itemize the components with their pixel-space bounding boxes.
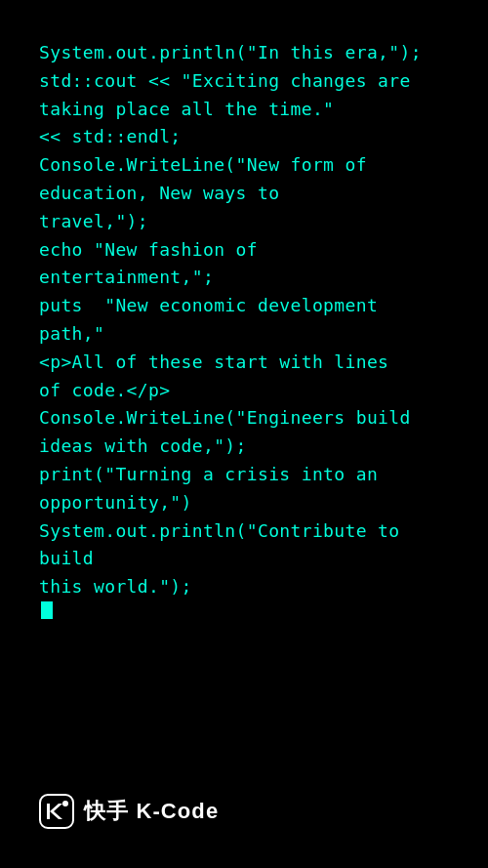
svg-point-3 bbox=[62, 801, 68, 806]
code-block: System.out.println("In this era,"); std:… bbox=[39, 39, 449, 619]
kuaishou-logo-icon bbox=[39, 794, 74, 829]
cursor-blink bbox=[41, 601, 53, 619]
code-text: System.out.println("In this era,"); std:… bbox=[39, 39, 449, 601]
svg-marker-2 bbox=[50, 804, 62, 819]
brand-name: 快手 K-Code bbox=[84, 797, 219, 826]
svg-rect-1 bbox=[47, 804, 50, 819]
svg-rect-0 bbox=[40, 795, 73, 828]
footer-brand: 快手 K-Code bbox=[39, 794, 219, 829]
